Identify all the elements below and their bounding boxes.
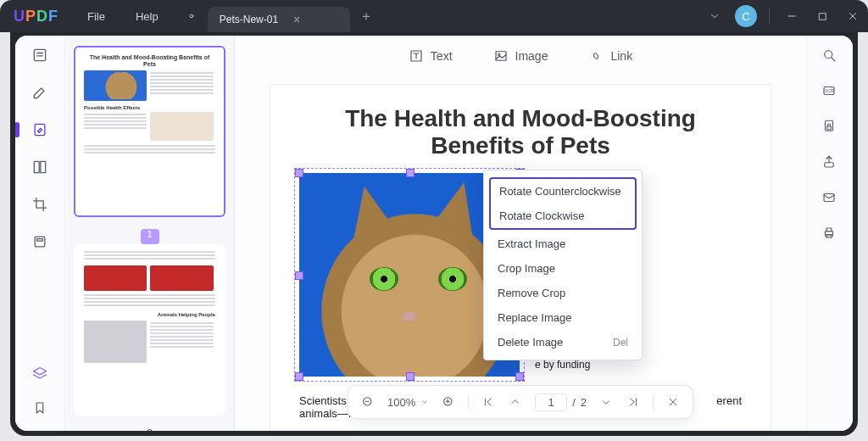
zoom-dropdown[interactable]: 100% xyxy=(387,396,429,409)
zoom-in-icon[interactable] xyxy=(441,394,456,410)
reader-mode-icon[interactable] xyxy=(31,46,49,64)
page-nav-bar: 100% 1 / 2 xyxy=(348,385,693,419)
close-tab-icon[interactable]: × xyxy=(293,13,300,26)
app-inner: The Health and Mood-Boosting Benefits of… xyxy=(15,36,853,431)
thumb2-sub: Animals Helping People xyxy=(79,310,220,319)
menu-delete-image[interactable]: Delete Image Del xyxy=(484,330,642,354)
edit-pdf-icon[interactable] xyxy=(31,120,49,139)
svg-rect-32 xyxy=(825,163,834,167)
menu-remove-crop[interactable]: Remove Crop xyxy=(484,281,642,305)
menu-replace-image[interactable]: Replace Image xyxy=(484,305,642,330)
search-icon[interactable] xyxy=(821,47,838,64)
resize-handle[interactable] xyxy=(295,169,303,177)
thumbnail-panel: The Health and Mood-Boosting Benefits of… xyxy=(65,36,235,431)
zoom-value: 100% xyxy=(387,396,415,409)
thumbnail-page-1[interactable]: The Health and Mood-Boosting Benefits of… xyxy=(74,46,225,217)
separator xyxy=(769,8,770,24)
tool-link-label: Link xyxy=(610,49,632,63)
doc-title: The Health and Mood-BoostingBenefits of … xyxy=(299,105,742,159)
current-page[interactable]: 1 xyxy=(535,394,567,411)
bookmark-icon[interactable] xyxy=(31,399,49,417)
app-frame: The Health and Mood-Boosting Benefits of… xyxy=(10,32,858,436)
add-tab-icon[interactable]: ＋ xyxy=(353,3,379,29)
resize-handle[interactable] xyxy=(295,372,303,381)
svg-point-16 xyxy=(498,53,499,55)
image-context-menu: Rotate Counterclockwise Rotate Clockwise… xyxy=(483,170,643,360)
thumb1-sub: Possible Health Effects xyxy=(79,103,220,112)
close-bar-icon[interactable] xyxy=(665,394,681,410)
tab-home-icon[interactable] xyxy=(179,3,204,29)
form-icon[interactable] xyxy=(31,232,49,251)
total-pages: 2 xyxy=(581,396,587,409)
tool-text-label: Text xyxy=(431,49,453,63)
svg-point-0 xyxy=(190,14,193,18)
menu-file[interactable]: File xyxy=(72,10,120,23)
window-close-icon[interactable] xyxy=(837,0,868,32)
tool-image[interactable]: Image xyxy=(493,48,548,64)
menu-rotate-cw[interactable]: Rotate Clockwise xyxy=(491,204,635,228)
thumbnail-2-number: 2 xyxy=(141,427,159,431)
next-page-icon[interactable] xyxy=(598,394,614,410)
crop-icon[interactable] xyxy=(31,195,49,214)
zoom-out-icon[interactable] xyxy=(360,394,376,410)
menu-extract-image[interactable]: Extract Image xyxy=(484,232,642,256)
svg-rect-10 xyxy=(41,161,46,172)
print-icon[interactable] xyxy=(821,226,838,243)
svg-rect-2 xyxy=(819,13,826,20)
ocr-icon[interactable]: OCR xyxy=(821,83,838,100)
context-highlight-group: Rotate Counterclockwise Rotate Clockwise xyxy=(489,177,637,230)
svg-rect-11 xyxy=(35,237,45,247)
protect-icon[interactable] xyxy=(821,119,838,136)
resize-handle[interactable] xyxy=(295,271,303,280)
resize-handle[interactable] xyxy=(406,169,415,177)
tool-text[interactable]: Text xyxy=(409,48,453,64)
document-tab-label: Pets-New-01 xyxy=(220,14,278,25)
tool-link[interactable]: Link xyxy=(588,48,632,64)
svg-rect-33 xyxy=(824,194,834,202)
resize-handle[interactable] xyxy=(406,372,415,381)
thumbnail-page-2[interactable]: Animals Helping People xyxy=(74,244,225,416)
menu-delete-shortcut: Del xyxy=(613,337,628,349)
title-bar: UPDF File Help Pets-New-01 × ＋ C xyxy=(0,0,868,32)
svg-line-27 xyxy=(832,58,835,61)
document-tab[interactable]: Pets-New-01 × xyxy=(208,7,350,32)
thumb1-title: The Health and Mood-Boosting Benefits of… xyxy=(79,51,220,70)
menu-help[interactable]: Help xyxy=(120,10,174,23)
left-rail xyxy=(15,36,65,431)
edit-toolbar: Text Image Link xyxy=(235,36,806,76)
svg-rect-12 xyxy=(37,239,43,242)
chevron-down-icon xyxy=(420,398,429,406)
window-maximize-icon[interactable] xyxy=(807,0,837,32)
window-minimize-icon[interactable] xyxy=(776,0,807,32)
prev-page-icon[interactable] xyxy=(508,394,523,410)
menu-rotate-ccw[interactable]: Rotate Counterclockwise xyxy=(491,179,635,204)
organize-icon[interactable] xyxy=(31,158,49,176)
tool-image-label: Image xyxy=(515,49,548,63)
svg-rect-9 xyxy=(34,161,39,172)
svg-text:OCR: OCR xyxy=(824,88,834,93)
right-rail: OCR xyxy=(806,36,853,431)
resize-handle[interactable] xyxy=(515,372,524,381)
last-page-icon[interactable] xyxy=(626,394,641,410)
svg-rect-35 xyxy=(826,228,832,232)
svg-rect-5 xyxy=(34,49,45,60)
thumbnail-1-number: 1 xyxy=(141,229,159,244)
svg-marker-13 xyxy=(34,368,47,375)
email-icon[interactable] xyxy=(821,190,838,207)
chevron-down-icon[interactable] xyxy=(699,0,730,32)
menu-crop-image[interactable]: Crop Image xyxy=(484,256,642,281)
layers-icon[interactable] xyxy=(31,365,49,383)
page-number[interactable]: 1 / 2 xyxy=(535,394,587,411)
annotate-icon[interactable] xyxy=(31,83,49,102)
user-avatar[interactable]: C xyxy=(735,5,757,27)
svg-point-26 xyxy=(825,51,832,59)
first-page-icon[interactable] xyxy=(481,394,496,410)
export-icon[interactable] xyxy=(821,154,838,171)
app-logo: UPDF xyxy=(0,8,72,25)
